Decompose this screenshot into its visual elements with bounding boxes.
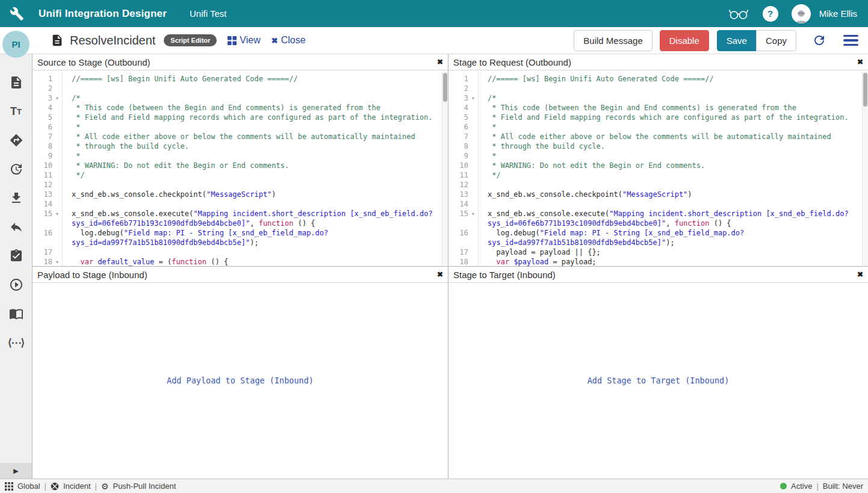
fold-gutter [468,180,478,190]
code-line: 14 [33,199,448,209]
code-text: x_snd_eb.ws_console.execute("Mapping inc… [62,209,433,219]
line-number [448,219,468,228]
active-label: Active [791,482,812,491]
line-number: 1 [448,74,468,84]
code-editor-source-to-stage[interactable]: 1//===== [ws] Begin Unifi Auto Generated… [33,70,448,267]
code-editor-stage-to-request[interactable]: 1//===== [ws] Begin Unifi Auto Generated… [448,70,868,267]
line-number [33,219,52,228]
panel-close-icon[interactable]: ✖ [437,58,443,66]
fold-gutter [468,247,478,257]
fold-arrow-icon[interactable]: ▾ [468,93,478,103]
line-number: 3 [33,93,52,103]
history-icon[interactable] [9,162,23,176]
code-icon[interactable]: ⟨⋯⟩ [9,335,23,350]
code-text: * through the build cycle. [62,141,189,151]
sidebar-expand-arrow-icon[interactable]: ▶ [0,463,32,479]
fold-gutter [52,180,62,190]
code-line: 9 * [448,151,868,161]
user-avatar[interactable] [792,4,811,23]
close-button[interactable]: ✖ Close [271,35,306,46]
refresh-icon[interactable] [812,33,826,48]
fold-arrow-icon[interactable]: ▾ [52,93,62,103]
add-stage-to-target-link[interactable]: Add Stage to Target (Inbound) [587,376,730,385]
line-number: 15 [33,209,52,219]
line-number: 2 [448,84,468,93]
run-icon[interactable] [9,278,23,292]
undo-icon[interactable] [9,220,23,234]
line-number: 6 [33,122,52,132]
code-text: sys_id=06fe6b771b193c1090dfdb9ebd4bcbe0]… [62,219,315,228]
user-name[interactable]: Mike Ellis [819,8,857,19]
code-text: * [62,151,80,161]
integration-name[interactable]: Unifi Test [190,8,226,19]
fold-gutter [52,170,62,180]
scrollbar[interactable] [862,72,868,265]
line-number: 16 [33,228,52,238]
code-text: * All code either above or below the com… [62,132,415,141]
fold-gutter [52,219,62,228]
code-line: 13x_snd_eb.ws_console.checkpoint("Messag… [448,190,868,199]
scope-label[interactable]: Global [17,482,40,491]
code-text: * This code (between the Begin and End c… [62,103,380,113]
page-title: ResolveIncident [70,34,155,48]
download-icon[interactable] [9,191,23,205]
code-line: 10 * WARNING: Do not edit the Begin or E… [448,161,868,170]
documentation-icon[interactable] [9,306,23,321]
line-number: 15 [448,209,468,219]
code-line: 18 var $payload = payload; [448,257,868,267]
line-number: 8 [33,141,52,151]
glasses-icon[interactable] [728,8,749,20]
add-payload-to-stage-link[interactable]: Add Payload to Stage (Inbound) [167,376,314,385]
fold-gutter [52,113,62,122]
document-icon [51,34,64,47]
code-text: * WARNING: Do not edit the Begin or End … [62,161,289,170]
table-label[interactable]: Incident [63,482,91,491]
disable-button[interactable]: Disable [660,30,709,51]
copy-button[interactable]: Copy [756,30,796,51]
code-text: * Field and Field mapping records which … [478,113,849,122]
code-text: x_snd_eb.ws_console.checkpoint("MessageS… [62,190,276,199]
fold-arrow-icon[interactable]: ▾ [468,209,478,219]
code-line: sys_id=da997f7a1b51b81090dfdb9ebd4bcb5e]… [448,238,868,247]
fold-gutter [468,219,478,228]
text-format-icon[interactable]: TT [9,104,23,119]
fold-arrow-icon[interactable]: ▾ [52,257,62,267]
line-number: 8 [448,141,468,151]
save-button[interactable]: Save [717,30,757,51]
panel-close-icon[interactable]: ✖ [437,270,443,279]
code-line: 18▾ var default_value = (function () { [33,257,448,267]
help-icon[interactable]: ? [763,6,778,22]
menu-icon[interactable] [843,35,858,46]
panel-close-icon[interactable]: ✖ [857,270,863,279]
scrollbar[interactable] [442,72,448,265]
panel-header: Source to Stage (Outbound) ✖ [33,54,448,70]
fold-gutter [52,247,62,257]
code-line: 8 * through the build cycle. [33,141,448,151]
fold-gutter [52,199,62,209]
view-button[interactable]: View [228,35,260,46]
fold-gutter [52,151,62,161]
directions-icon[interactable] [9,133,23,147]
build-message-button[interactable]: Build Message [574,30,652,51]
code-text: * All code either above or below the com… [478,132,831,141]
line-number [448,238,468,247]
fold-gutter [52,161,62,170]
process-avatar[interactable]: PI [2,31,29,58]
code-text [478,84,488,93]
document-icon[interactable] [9,75,23,90]
fold-gutter [468,132,478,141]
code-text [62,247,72,257]
process-label[interactable]: Push-Pull Incident [113,482,176,491]
fold-arrow-icon[interactable]: ▾ [52,209,62,219]
code-text: sys_id=da997f7a1b51b81090dfdb9ebd4bcb5e]… [478,238,675,247]
fold-gutter [468,228,478,238]
code-line: 3▾/* [33,93,448,103]
code-text: /* [62,93,80,103]
panel-close-icon[interactable]: ✖ [857,58,863,66]
tasks-icon[interactable] [9,249,23,263]
code-line: 11 */ [33,170,448,180]
gutter-divider [62,70,63,267]
line-number: 12 [33,180,52,190]
code-line: 2 [33,84,448,93]
panel-payload-to-stage: Payload to Stage (Inbound) ✖ Add Payload… [33,267,448,479]
